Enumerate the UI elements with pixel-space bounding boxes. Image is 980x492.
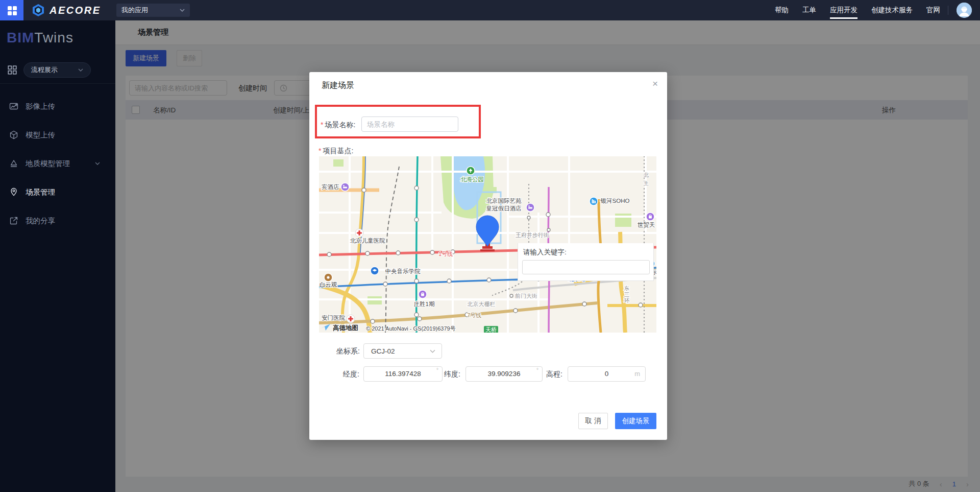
park-icon — [467, 167, 475, 175]
hospital-icon — [347, 315, 355, 323]
map-label: 7号线 — [467, 312, 481, 318]
longitude-value: 116.397428 — [364, 370, 442, 378]
close-icon[interactable]: × — [652, 78, 658, 89]
map-label: 世贸天 — [638, 222, 655, 228]
school-icon — [371, 267, 379, 275]
chevron-down-icon — [78, 68, 83, 72]
longitude-label: 经度: — [330, 370, 359, 379]
elevation-value: 0 — [568, 370, 645, 378]
sidebar-item-image-upload[interactable]: 影像上传 — [0, 92, 115, 121]
nav-item-help[interactable]: 帮助 — [775, 0, 789, 20]
hospital-icon — [355, 229, 363, 237]
required-mark: * — [321, 121, 323, 129]
apps-grid-button[interactable] — [0, 0, 23, 20]
keyword-label: 请输入关键字: — [523, 248, 567, 257]
create-scene-button[interactable]: 创建场景 — [615, 413, 656, 429]
topbar: AECORE 我的应用 帮助工单应用开发创建技术服务官网 — [0, 0, 980, 20]
geology-model-management-icon — [9, 159, 18, 168]
logo-bim: BIM — [7, 30, 34, 45]
nav-item-create-tech-service[interactable]: 创建技术服务 — [871, 0, 913, 20]
map-label: 皇冠假日酒店 — [486, 205, 522, 212]
aecore-logo: AECORE — [32, 0, 101, 20]
sidebar-item-scene-management[interactable]: 场景管理 — [0, 178, 115, 206]
latitude-value: 39.909236 — [466, 370, 542, 378]
sidebar-item-my-shares[interactable]: 我的分享 — [0, 206, 115, 235]
aecore-logo-icon — [32, 4, 45, 17]
longitude-input[interactable]: 116.397428 ° — [363, 366, 443, 382]
map-label: 宾酒店 — [322, 184, 339, 190]
coord-system-select[interactable]: GCJ-02 — [363, 343, 442, 359]
image-upload-icon — [9, 102, 18, 111]
sidebar: BIMTwins 流程展示 影像上传模型上传地质模型管理场景管理我的分享 — [0, 20, 115, 492]
avatar[interactable] — [957, 3, 972, 18]
sidebar-item-model-upload[interactable]: 模型上传 — [0, 121, 115, 149]
nav-item-app-development[interactable]: 应用开发 — [830, 0, 857, 20]
nav-item-official-site[interactable]: 官网 — [926, 0, 940, 20]
my-shares-icon — [9, 216, 18, 225]
map-label: 庄胜1期 — [414, 301, 435, 307]
base-point-label: *项目基点: — [318, 147, 353, 156]
latitude-input[interactable]: 39.909236 ° — [465, 366, 543, 382]
bimtwins-logo: BIMTwins — [7, 30, 74, 46]
hotel-icon — [526, 203, 534, 212]
elevation-input[interactable]: 0 m — [568, 366, 646, 382]
chevron-down-icon — [430, 349, 435, 353]
map-label: 前门大街 — [514, 293, 537, 299]
map-label: 白云观 — [320, 282, 337, 288]
map-label: 1号线 — [438, 251, 453, 257]
elevation-unit: m — [634, 370, 640, 378]
latitude-label: 纬度: — [432, 370, 460, 379]
temple-icon — [324, 273, 332, 282]
map-label: 北京儿童医院 — [350, 238, 386, 244]
map[interactable]: 宾酒店北海公园北京国际艺苑皇冠假日酒店王府井步行街银河SOHO世贸天北京儿童医院… — [319, 156, 656, 333]
elevation-label: 高程: — [534, 370, 562, 379]
map-keyword-panel: 请输入关键字: — [518, 243, 654, 281]
metro-building-icon — [590, 197, 598, 205]
modal-title: 新建场景 — [322, 80, 354, 91]
map-label: 主 — [643, 180, 649, 186]
mall-icon — [646, 213, 654, 221]
process-row: 流程展示 — [7, 62, 91, 78]
keyword-input[interactable] — [522, 260, 650, 274]
logo-twins: Twins — [34, 30, 74, 45]
new-scene-modal: 新建场景 × *场景名称: *项目基点: — [309, 72, 667, 440]
scene-name-input[interactable] — [361, 116, 458, 132]
app-select-value: 我的应用 — [121, 6, 180, 15]
app-select[interactable]: 我的应用 — [116, 4, 190, 17]
map-label: 北海公园 — [460, 176, 484, 182]
coord-system-label: 坐标系: — [336, 347, 360, 356]
sidebar-divider — [0, 83, 115, 84]
brand-text: AECORE — [50, 5, 101, 16]
chevron-down-icon — [95, 162, 100, 165]
model-upload-icon — [9, 130, 18, 139]
map-label: 北京大栅栏 — [467, 301, 496, 307]
sidebar-menu: 影像上传模型上传地质模型管理场景管理我的分享 — [0, 92, 115, 235]
app-root: AECORE 我的应用 帮助工单应用开发创建技术服务官网 BIMTwins — [0, 0, 980, 492]
process-select-value: 流程展示 — [31, 65, 78, 75]
topbar-divider — [948, 6, 948, 15]
map-label: 银河SOHO — [600, 198, 630, 204]
map-label: 北 — [644, 172, 649, 178]
map-attribution: © 2021 AutoNavi - GS(2019)6379号 — [366, 325, 456, 332]
scene-management-icon — [9, 188, 18, 197]
process-select[interactable]: 流程展示 — [23, 62, 91, 78]
map-label: 王府井步行街 — [516, 232, 549, 238]
map-label: 东三环 — [624, 285, 630, 303]
scene-name-label: *场景名称: — [321, 121, 355, 130]
map-label: 天桥 — [485, 326, 497, 333]
cancel-button[interactable]: 取 消 — [578, 413, 608, 429]
hotel-icon — [341, 183, 349, 191]
map-label: 北京国际艺苑 — [486, 198, 522, 204]
map-label: 中央音乐学院 — [385, 268, 421, 274]
user-avatar-icon — [957, 3, 972, 18]
mall-icon — [419, 290, 427, 298]
sidebar-item-geology-model-management[interactable]: 地质模型管理 — [0, 149, 115, 178]
amap-logo-text: 高德地图 — [333, 324, 358, 332]
chevron-down-icon — [180, 9, 185, 12]
dashboard-grid-icon — [7, 65, 17, 75]
map-label: 安门医院 — [322, 315, 346, 321]
coord-system-value: GCJ-02 — [371, 347, 430, 355]
nav-item-work-order[interactable]: 工单 — [802, 0, 816, 20]
topnav: 帮助工单应用开发创建技术服务官网 — [775, 0, 940, 20]
